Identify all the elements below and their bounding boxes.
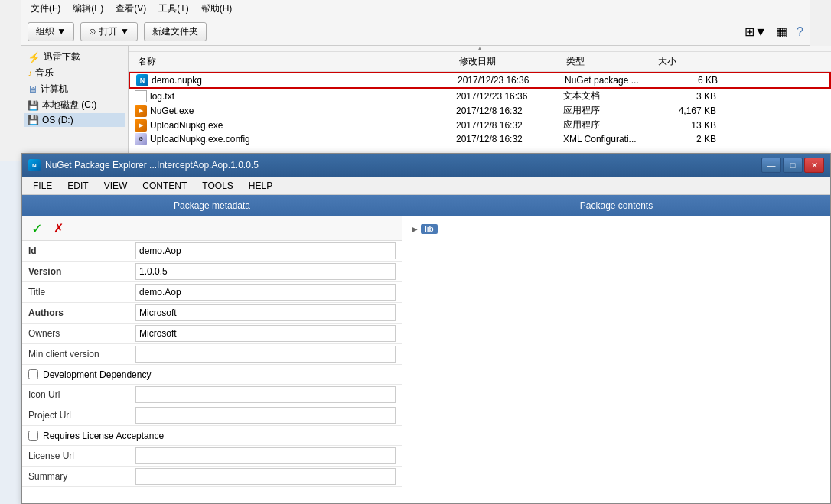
fe-toolbar: 组织 ▼ ⊙ 打开 ▼ 新建文件夹 ⊞▼ ▦ ? [21, 18, 810, 46]
field-license-checkbox[interactable] [28, 431, 38, 441]
file-type-3: 应用程序 [563, 119, 655, 132]
col-header-date: 修改日期 [456, 54, 563, 70]
field-devdep-checkbox[interactable] [28, 369, 38, 379]
fe-view-toggle[interactable]: ⊞▼ [745, 24, 767, 39]
field-devdep-row: Development Dependency [22, 365, 402, 385]
fe-sidebar: ⚡ 迅雷下载 ♪ 音乐 🖥 计算机 💾 本地磁盘 (C:) 💾 OS (D:) [21, 46, 129, 161]
field-version-label: Version [28, 266, 135, 277]
file-row-1[interactable]: log.txt 2017/12/23 16:36 文本文档 3 KB [129, 89, 831, 103]
metadata-panel-header: Package metadata [22, 195, 402, 216]
field-authors-input[interactable] [135, 304, 396, 321]
file-name-0: demo.nupkg [152, 75, 202, 86]
fe-sidebar-thunder[interactable]: ⚡ 迅雷下载 [24, 49, 125, 65]
field-licenseurl-input[interactable] [135, 447, 396, 464]
field-minclient-label: Min client version [28, 349, 135, 359]
file-row-2[interactable]: ▶ NuGet.exe 2017/12/8 16:32 应用程序 4,167 K… [129, 103, 831, 118]
fe-sidebar-music[interactable]: ♪ 音乐 [24, 65, 125, 81]
fe-view-details[interactable]: ▦ [776, 24, 787, 39]
txt-icon-1 [135, 90, 147, 102]
file-size-4: 2 KB [655, 134, 716, 145]
fe-file-list: ▲ 名称 修改日期 类型 大小 N demo.nupkg 2017/12/23 … [129, 46, 831, 161]
field-iconurl-row: Icon Url [22, 385, 402, 405]
metadata-panel: Package metadata ✓ ✗ Id Version [22, 195, 402, 503]
fe-menu-edit[interactable]: 编辑(E) [67, 1, 109, 17]
file-size-2: 4,167 KB [655, 106, 716, 116]
file-name-4: UploadNupkg.exe.config [150, 134, 250, 145]
file-size-0: 6 KB [657, 75, 718, 86]
computer-icon: 🖥 [28, 83, 37, 95]
field-summary-label: Summary [28, 471, 135, 482]
metadata-cancel-button[interactable]: ✗ [50, 220, 67, 237]
field-title-row: Title [22, 282, 402, 303]
field-license-row: Requires License Acceptance [22, 426, 402, 446]
titlebar-left: N NuGet Package Explorer ...InterceptAop… [28, 159, 259, 171]
disk-c-icon: 💾 [28, 100, 39, 111]
fe-sidebar-computer[interactable]: 🖥 计算机 [24, 81, 125, 97]
scroll-top[interactable]: ▲ [129, 46, 831, 52]
maximize-button[interactable]: □ [783, 158, 803, 173]
field-summary-input[interactable] [135, 468, 396, 485]
nuget-window-title: NuGet Package Explorer ...InterceptAop.A… [45, 160, 259, 171]
nuget-menu-help[interactable]: HELP [241, 179, 280, 193]
fe-menu-file[interactable]: 文件(F) [24, 1, 67, 17]
nuget-menu-tools[interactable]: TOOLS [194, 179, 240, 193]
fe-sidebar-disk-c[interactable]: 💾 本地磁盘 (C:) [24, 97, 125, 113]
file-date-0: 2017/12/23 16:36 [458, 75, 565, 86]
field-iconurl-input[interactable] [135, 386, 396, 403]
field-owners-row: Owners [22, 324, 402, 344]
fe-organize-btn[interactable]: 组织 ▼ [28, 22, 74, 41]
fe-sidebar-disk-c-label: 本地磁盘 (C:) [42, 99, 96, 112]
field-summary-row: Summary [22, 467, 402, 487]
nuget-titlebar: N NuGet Package Explorer ...InterceptAop… [22, 154, 830, 177]
fe-content: ⚡ 迅雷下载 ♪ 音乐 🖥 计算机 💾 本地磁盘 (C:) 💾 OS (D:) [0, 46, 831, 161]
nuget-menu-edit[interactable]: EDIT [60, 179, 96, 193]
close-button[interactable]: ✕ [804, 158, 824, 173]
thunder-icon: ⚡ [28, 51, 41, 63]
field-license-label: Requires License Acceptance [43, 431, 164, 441]
titlebar-controls: — □ ✕ [761, 158, 824, 173]
field-title-label: Title [28, 287, 135, 298]
field-minclient-input[interactable] [135, 346, 396, 363]
field-owners-input[interactable] [135, 325, 396, 342]
file-type-1: 文本文档 [563, 89, 655, 102]
file-name-2: NuGet.exe [150, 106, 194, 116]
fe-help-icon[interactable]: ? [797, 25, 803, 39]
file-date-2: 2017/12/8 16:32 [456, 106, 563, 116]
nuget-menu-file[interactable]: FILE [25, 179, 60, 193]
field-title-input[interactable] [135, 284, 396, 301]
fe-menu-view[interactable]: 查看(V) [109, 1, 152, 17]
fe-sidebar-disk-d[interactable]: 💾 OS (D:) [24, 113, 125, 127]
fe-menu-tools[interactable]: 工具(T) [152, 1, 194, 17]
field-id-input[interactable] [135, 242, 396, 259]
file-type-0: NuGet package ... [565, 75, 657, 86]
nuget-menu-content[interactable]: CONTENT [135, 179, 194, 193]
field-projecturl-label: Project Url [28, 410, 135, 421]
field-authors-row: Authors [22, 303, 402, 324]
nuget-window-icon: N [28, 159, 41, 171]
config-icon-4: ⚙ [135, 133, 147, 145]
file-explorer: 文件(F) 编辑(E) 查看(V) 工具(T) 帮助(H) 组织 ▼ ⊙ 打开 … [0, 0, 831, 161]
file-row-0[interactable]: N demo.nupkg 2017/12/23 16:36 NuGet pack… [129, 72, 831, 89]
nuget-menu-view[interactable]: VIEW [96, 179, 135, 193]
metadata-ok-button[interactable]: ✓ [28, 220, 45, 237]
field-projecturl-input[interactable] [135, 407, 396, 424]
fe-sidebar-computer-label: 计算机 [41, 83, 68, 96]
fe-new-folder-btn[interactable]: 新建文件夹 [144, 22, 207, 41]
file-size-1: 3 KB [655, 91, 716, 102]
contents-panel-header: Package contents [402, 195, 830, 216]
file-row-4[interactable]: ⚙ UploadNupkg.exe.config 2017/12/8 16:32… [129, 132, 831, 146]
minimize-button[interactable]: — [761, 158, 781, 173]
field-version-input[interactable] [135, 263, 396, 280]
file-type-2: 应用程序 [563, 104, 655, 117]
fe-open-btn[interactable]: ⊙ 打开 ▼ [80, 22, 138, 41]
col-header-size: 大小 [655, 54, 716, 70]
field-minclient-row: Min client version [22, 344, 402, 365]
field-authors-label: Authors [28, 307, 135, 318]
lib-folder-icon: lib [421, 224, 438, 234]
tree-item-lib[interactable]: ▶ lib [409, 223, 824, 236]
file-name-3: UploadNupkg.exe [150, 120, 223, 131]
file-row-3[interactable]: ▶ UploadNupkg.exe 2017/12/8 16:32 应用程序 1… [129, 118, 831, 132]
file-date-4: 2017/12/8 16:32 [456, 134, 563, 145]
fe-menu-help[interactable]: 帮助(H) [195, 1, 239, 17]
contents-tree: ▶ lib [402, 216, 830, 503]
